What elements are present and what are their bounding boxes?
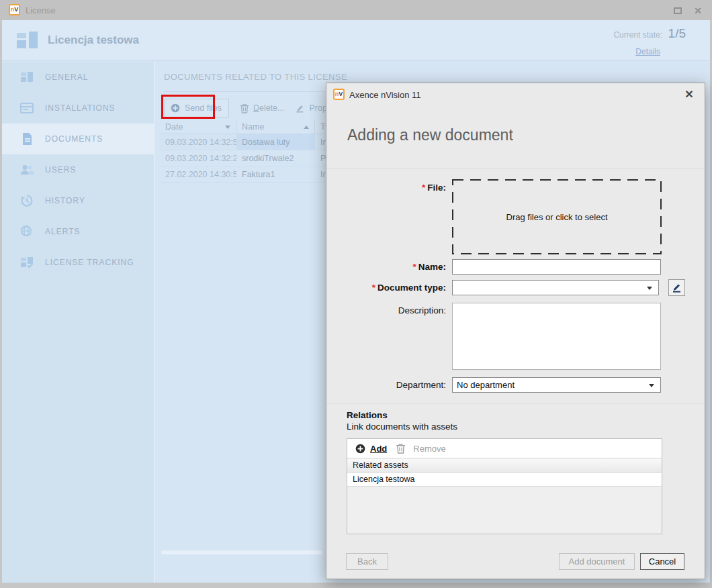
description-label: Description: [335,305,446,315]
license-logo-icon [15,28,40,52]
relations-add-button[interactable]: Add [370,444,387,454]
dialog-title: Axence nVision 11 [349,90,420,100]
current-state-label: Current state: [613,30,662,40]
sidebar-item-users[interactable]: USERS [2,154,154,185]
document-type-select[interactable] [452,280,659,295]
sort-dropdown-icon [225,126,230,129]
nvision-app-icon: nV [9,4,20,15]
trash-icon [240,103,249,113]
window-icon [19,101,34,115]
sidebar-item-license-tracking[interactable]: LICENSE TRACKING [2,247,154,278]
document-icon [19,132,34,146]
current-state: Current state: 1/5 [613,26,686,41]
license-header: Licencja testowa Current state: 1/5 Deta… [2,20,710,61]
column-header-name[interactable]: Name [236,120,315,134]
chevron-down-icon [647,287,652,290]
sidebar-item-general[interactable]: GENERAL [2,62,154,93]
sort-asc-icon [304,126,309,129]
delete-button[interactable]: Delete... [240,103,285,113]
cancel-button[interactable]: Cancel [640,553,684,570]
maximize-button[interactable] [670,5,685,16]
close-icon: ✕ [684,89,693,100]
dialog-heading: Adding a new document [347,126,513,144]
trash-icon [396,443,406,454]
users-icon [19,162,34,177]
sidebar-item-alerts[interactable]: ALERTS [2,216,154,247]
relations-toolbar: Add Remove [347,439,662,458]
relations-panel: Add Remove Related assets Licencja testo… [347,438,662,534]
department-select[interactable]: No department [452,377,661,393]
plus-circle-icon [171,103,180,113]
close-button[interactable]: ✕ [691,5,705,16]
add-document-dialog: nV Axence nVision 11 ✕ Adding a new docu… [326,83,705,579]
relations-remove-button[interactable]: Remove [413,444,445,454]
add-document-button[interactable]: Add document [559,553,635,570]
file-dropzone[interactable]: Drag files or click to select [452,179,662,254]
section-title: DOCUMENTS RELATED TO THIS LICENSE [164,72,347,82]
sidebar-item-documents[interactable]: DOCUMENTS [2,124,154,154]
send-files-button[interactable]: Send files [165,99,229,117]
name-input[interactable] [452,259,661,275]
document-type-label: *Document type: [335,283,446,293]
file-label: *File: [335,183,446,193]
license-title: Licencja testowa [48,34,139,47]
related-asset-row[interactable]: Licencja testowa [347,473,662,487]
bars-check-icon [19,255,34,270]
dialog-titlebar: nV Axence nVision 11 ✕ [326,83,705,106]
heading-divider [326,168,705,169]
screen: nV License ✕ Licencja testowa Current st… [0,0,712,588]
window-titlebar: nV License ✕ [0,0,712,20]
window-title: License [26,5,56,15]
department-label: Department: [335,380,446,390]
sidebar: GENERAL INSTALLATIONS DOCUMENTS USERS [2,62,154,583]
plus-circle-icon [355,444,365,454]
dialog-close-button[interactable]: ✕ [682,87,697,102]
bars-icon [19,70,34,85]
name-label: *Name: [335,262,446,272]
maximize-icon [674,7,682,14]
pencil-icon [295,103,305,113]
current-state-value: 1/5 [668,26,686,40]
chevron-down-icon [649,384,654,387]
back-button[interactable]: Back [346,553,388,570]
horizontal-scrollbar[interactable] [161,550,322,554]
nvision-app-icon: nV [333,89,345,100]
column-header-date[interactable]: Date [160,120,236,134]
globe-bell-icon [19,224,34,239]
relations-subtitle: Link documents with assets [347,422,457,432]
dropzone-text: Drag files or click to select [452,179,662,254]
sidebar-item-history[interactable]: HISTORY [2,185,154,216]
relations-title: Relations [347,410,388,420]
description-textarea[interactable] [452,303,661,370]
history-icon [19,193,34,208]
related-assets-column-header: Related assets [347,458,662,473]
edit-document-types-button[interactable] [668,279,685,296]
sidebar-item-installations[interactable]: INSTALLATIONS [2,93,154,124]
close-icon: ✕ [694,5,702,16]
details-link[interactable]: Details [635,47,660,56]
pencil-icon [671,282,682,293]
relations-divider [326,403,705,404]
